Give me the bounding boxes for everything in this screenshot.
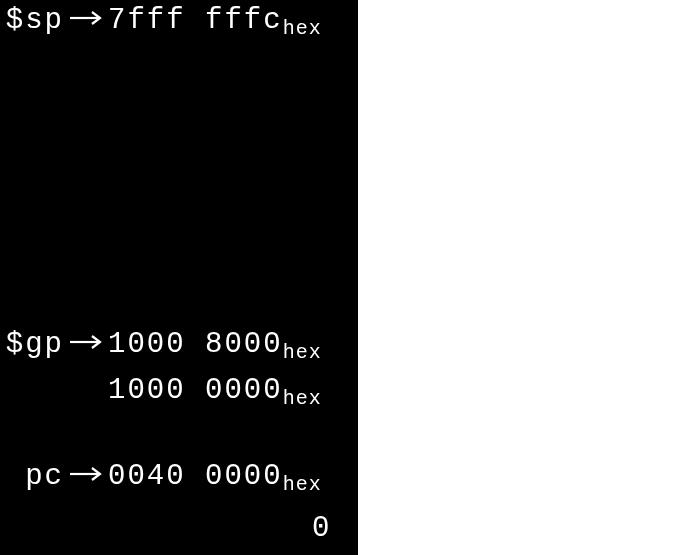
sp-row: $sp 7fff fffchex <box>0 4 322 37</box>
sp-label: $sp <box>0 4 64 37</box>
zero-row: 0 <box>312 512 331 545</box>
pc-address: 0040 0000 <box>108 460 283 493</box>
pc-label: pc <box>16 460 64 493</box>
arrow-icon <box>64 2 108 35</box>
arrow-icon <box>64 458 108 491</box>
memory-region-box <box>358 0 700 555</box>
hex-suffix: hex <box>283 473 322 496</box>
arrow-icon <box>64 326 108 359</box>
gp-second-addr-row: 1000 0000hex <box>108 374 322 407</box>
zero-address: 0 <box>312 512 331 545</box>
sp-address: 7fff fffc <box>108 4 283 37</box>
hex-suffix: hex <box>283 17 322 40</box>
pc-row: pc 0040 0000hex <box>16 460 322 493</box>
hex-suffix: hex <box>283 387 322 410</box>
gp-address: 1000 8000 <box>108 328 283 361</box>
hex-suffix: hex <box>283 341 322 364</box>
gp-row: $gp 1000 8000hex <box>0 328 322 361</box>
data-base-address: 1000 0000 <box>108 374 283 407</box>
gp-label: $gp <box>0 328 64 361</box>
